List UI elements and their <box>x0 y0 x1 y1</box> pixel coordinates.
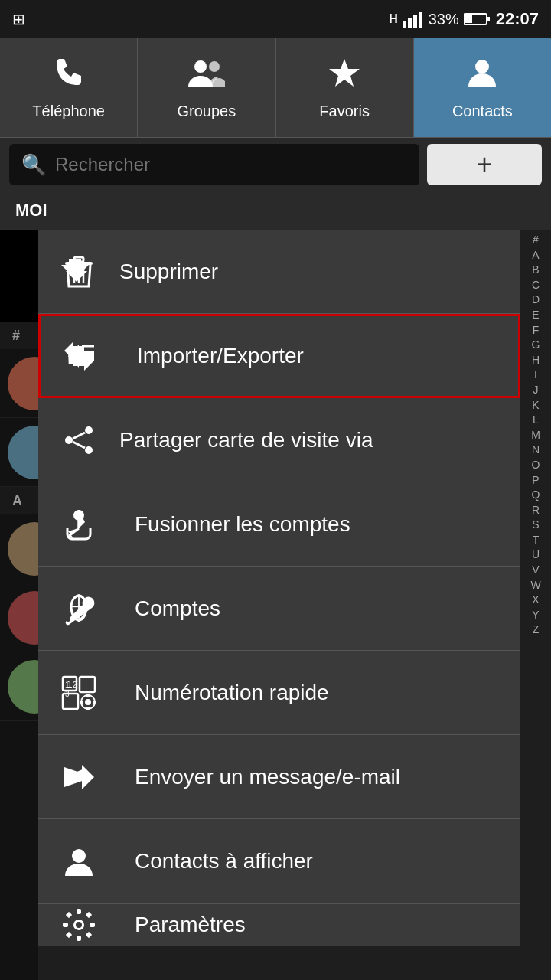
search-input[interactable] <box>55 154 407 175</box>
tab-contacts[interactable]: Contacts <box>414 38 551 137</box>
svg-line-26 <box>73 433 85 439</box>
svg-rect-63 <box>90 923 95 927</box>
svg-rect-43 <box>80 677 95 692</box>
tab-groupes[interactable]: Groupes <box>138 38 276 137</box>
svg-marker-9 <box>329 59 360 87</box>
menu-item-comptes[interactable]: Comptes <box>38 567 520 651</box>
tab-favoris-label: Favoris <box>319 103 370 120</box>
menu-item-parametres[interactable]: Paramètres <box>38 903 520 946</box>
svg-point-46 <box>85 699 91 705</box>
contacts-view-icon <box>60 844 98 879</box>
svg-rect-60 <box>77 909 81 914</box>
svg-marker-20 <box>66 271 87 282</box>
network-type: H <box>389 12 398 26</box>
merge-icon-wrapper <box>60 507 98 542</box>
menu-item-contacts-afficher[interactable]: Contacts à afficher <box>38 819 520 903</box>
svg-point-25 <box>65 436 73 444</box>
moi-section-header: MOI <box>0 191 551 230</box>
add-contact-button[interactable]: + <box>427 144 542 185</box>
svg-text:1: 1 <box>65 681 70 689</box>
svg-rect-66 <box>66 932 72 938</box>
accounts-wrench-wrapper <box>60 591 98 626</box>
menu-item-supprimer[interactable]: Supprimer <box>38 230 520 314</box>
telephone-icon <box>52 56 86 96</box>
svg-rect-61 <box>77 936 81 941</box>
menu-item-partager-label: Partager carte de visite via <box>119 428 373 452</box>
contacts-icon <box>465 56 499 96</box>
menu-item-supprimer-label: Supprimer <box>119 260 218 284</box>
signal-bars-icon <box>403 11 424 28</box>
menu-item-envoyer-label: Envoyer un message/e-mail <box>135 765 400 789</box>
menu-item-numerotation-label: Numérotation rapide <box>135 681 329 705</box>
menu-item-fusionner-label: Fusionner les comptes <box>135 512 350 537</box>
clock: 22:07 <box>496 9 539 29</box>
notification-icon: ⊞ <box>12 10 25 28</box>
contacts-area: # A # A B C D E F G H I J K L M N O P Q … <box>0 230 551 980</box>
settings-icon <box>60 907 98 942</box>
tab-favoris[interactable]: Favoris <box>276 38 414 137</box>
svg-rect-49 <box>80 701 83 704</box>
menu-item-numerotation[interactable]: 1 1 2 3 Numérotatio <box>38 651 520 735</box>
svg-point-59 <box>76 922 82 928</box>
svg-text:2: 2 <box>73 681 77 689</box>
send-arrow-wrapper <box>60 759 98 795</box>
search-container[interactable]: 🔍 <box>9 144 419 185</box>
svg-rect-62 <box>63 923 68 927</box>
tab-telephone[interactable]: Téléphone <box>0 38 138 137</box>
status-bar: ⊞ H 33% 22:07 <box>0 0 551 38</box>
svg-rect-5 <box>487 17 490 21</box>
svg-rect-1 <box>408 18 412 28</box>
svg-point-57 <box>72 849 86 863</box>
svg-rect-67 <box>86 932 92 938</box>
menu-item-partager[interactable]: Partager carte de visite via <box>38 398 520 482</box>
search-icon: 🔍 <box>21 153 46 177</box>
svg-marker-56 <box>82 765 94 789</box>
groupes-icon <box>188 56 225 96</box>
favoris-icon <box>328 56 361 96</box>
tab-groupes-label: Groupes <box>178 103 236 120</box>
menu-item-fusionner[interactable]: Fusionner les comptes <box>38 482 520 567</box>
svg-rect-50 <box>93 701 96 704</box>
moi-label: MOI <box>15 201 47 220</box>
svg-rect-0 <box>403 21 406 28</box>
search-bar: 🔍 + <box>0 138 551 191</box>
svg-point-8 <box>209 61 220 72</box>
speed-dial-icon: 1 1 2 3 <box>60 675 98 710</box>
svg-rect-2 <box>413 15 417 28</box>
menu-item-importer-exporter[interactable]: Importer/Exporter <box>38 314 520 398</box>
svg-point-24 <box>85 446 93 454</box>
dropdown-menu: Supprimer <box>38 230 520 946</box>
svg-line-27 <box>73 442 85 448</box>
svg-rect-3 <box>419 12 422 28</box>
menu-item-parametres-label: Paramètres <box>135 913 246 937</box>
svg-point-10 <box>475 60 489 74</box>
svg-rect-48 <box>86 707 90 710</box>
menu-item-importer-exporter-label: Importer/Exporter <box>137 344 304 368</box>
tab-telephone-label: Téléphone <box>32 103 105 120</box>
menu-item-contacts-afficher-label: Contacts à afficher <box>135 849 313 874</box>
svg-point-37 <box>66 617 70 622</box>
import-export-icon-wrapper <box>60 338 98 374</box>
svg-point-7 <box>194 60 207 73</box>
dropdown-dim <box>0 230 38 980</box>
svg-rect-6 <box>465 15 472 23</box>
battery-percent: 33% <box>429 11 459 28</box>
tab-contacts-label: Contacts <box>452 103 513 120</box>
menu-item-envoyer[interactable]: Envoyer un message/e-mail <box>38 735 520 819</box>
battery-icon <box>464 11 491 27</box>
svg-rect-47 <box>86 694 90 697</box>
tab-bar: Téléphone Groupes Favoris <box>0 38 551 138</box>
svg-rect-64 <box>66 912 72 918</box>
menu-item-comptes-label: Comptes <box>135 596 220 621</box>
svg-rect-65 <box>86 912 92 918</box>
share-icon <box>60 426 98 455</box>
dropdown-overlay: Supprimer <box>0 230 551 980</box>
svg-point-23 <box>85 426 93 434</box>
